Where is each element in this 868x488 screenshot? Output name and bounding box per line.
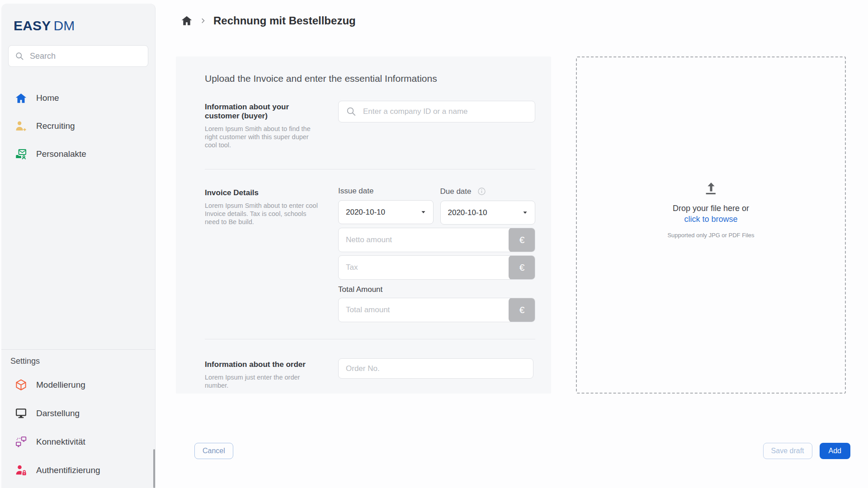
sidebar-search (8, 45, 148, 67)
dropzone-text: Drop your file here or (673, 204, 749, 213)
chevron-down-icon (522, 209, 528, 216)
invoice-section-label: Invoice Details (205, 187, 318, 197)
dropzone-hint: Supported only JPG or PDF Files (667, 232, 754, 239)
file-dropzone[interactable]: Drop your file here or click to browse S… (576, 56, 846, 394)
chevron-down-icon (420, 209, 427, 216)
sidebar-item-label: Darstellung (36, 408, 80, 418)
settings-section-header: Settings (1, 350, 155, 370)
customer-search-input[interactable] (363, 107, 528, 116)
form-divider (205, 339, 535, 339)
invoice-section-description: Lorem Ipsum Smith about to enter cool In… (205, 202, 318, 226)
tax-input[interactable] (339, 256, 509, 279)
sidebar-settings-nav: Modellierung Darstellung Konnekt (1, 371, 155, 484)
form-divider (205, 169, 535, 169)
home-icon (15, 92, 27, 104)
currency-suffix-euro: € (509, 255, 535, 280)
search-icon (15, 52, 24, 61)
cube-icon (15, 379, 27, 391)
customer-section-description: Lorem Ipsum Smith about to find the righ… (205, 125, 318, 149)
customer-section-text: Information about your customer (buyer) … (205, 101, 318, 149)
customer-search-field (338, 101, 535, 122)
cancel-button[interactable]: Cancel (194, 443, 233, 459)
due-date-group: Due date 2020-10-10 (440, 187, 536, 225)
sidebar-item-personalakte[interactable]: Personalakte (1, 140, 155, 168)
network-icon (15, 436, 27, 448)
person-add-icon (15, 120, 27, 132)
customer-section-label: Information about your customer (buyer) (205, 101, 318, 121)
netto-amount-input[interactable] (339, 228, 509, 252)
sidebar-item-label: Konnektivität (36, 437, 85, 447)
order-number-input[interactable] (346, 364, 526, 373)
invoice-details-section: Invoice Details Lorem Ipsum Smith about … (205, 187, 535, 322)
total-amount-field: € (338, 298, 535, 322)
invoice-section-text: Invoice Details Lorem Ipsum Smith about … (205, 187, 318, 322)
sidebar-item-darstellung[interactable]: Darstellung (1, 399, 155, 427)
app-logo: EASYDM (1, 4, 155, 33)
issue-date-group: Issue date 2020-10-10 (338, 187, 434, 225)
sidebar-scrollbar-thumb[interactable] (153, 449, 155, 488)
sidebar-search-input[interactable] (30, 52, 142, 61)
tax-field: € (338, 255, 535, 280)
customer-section: Information about your customer (buyer) … (205, 101, 535, 149)
breadcrumb: Rechnung mit Bestellbezug (181, 14, 356, 27)
form-heading: Upload the Invoice and enter the essenti… (205, 73, 535, 84)
monitor-icon (15, 407, 27, 419)
logo-text-bold: EASY (14, 18, 51, 33)
netto-amount-field: € (338, 228, 535, 252)
sidebar-item-label: Home (36, 93, 59, 103)
add-button[interactable]: Add (820, 443, 850, 459)
invoice-form-panel: Upload the Invoice and enter the essenti… (176, 56, 551, 394)
browse-link[interactable]: click to browse (684, 215, 737, 224)
order-section-label: Information about the order (205, 358, 318, 369)
info-icon[interactable] (477, 187, 486, 196)
sidebar: EASYDM Home (1, 4, 156, 488)
sidebar-item-modellierung[interactable]: Modellierung (1, 371, 155, 399)
due-date-label: Due date (440, 187, 536, 196)
search-icon (346, 106, 357, 117)
issue-date-label: Issue date (338, 187, 434, 196)
sidebar-item-label: Recruiting (36, 121, 75, 131)
total-amount-label: Total Amount (338, 285, 535, 294)
sidebar-nav: Home Recruiting Personalakte (1, 84, 155, 168)
chevron-right-icon (199, 17, 207, 25)
issue-date-value: 2020-10-10 (346, 208, 385, 217)
save-draft-button[interactable]: Save draft (763, 443, 812, 459)
logo-text-light: DM (54, 18, 75, 33)
upload-icon (703, 180, 720, 197)
due-date-select[interactable]: 2020-10-10 (440, 201, 536, 225)
breadcrumb-home-icon[interactable] (181, 15, 193, 27)
order-section-description: Lorem Ipsum just enter the order number. (205, 373, 318, 389)
issue-date-select[interactable]: 2020-10-10 (338, 200, 434, 224)
sidebar-item-recruiting[interactable]: Recruiting (1, 112, 155, 140)
app-window: EASYDM Home (0, 0, 868, 488)
order-section-text: Information about the order Lorem Ipsum … (205, 358, 318, 389)
sidebar-item-label: Authentifizierung (36, 465, 100, 475)
footer-actions: Save draft Add (763, 443, 850, 459)
order-section: Information about the order Lorem Ipsum … (205, 358, 535, 389)
due-date-value: 2020-10-10 (448, 208, 487, 217)
sidebar-item-label: Personalakte (36, 149, 86, 159)
currency-suffix-euro: € (509, 298, 535, 322)
sidebar-item-label: Modellierung (36, 380, 85, 390)
page-title: Rechnung mit Bestellbezug (213, 14, 356, 27)
sidebar-item-home[interactable]: Home (1, 84, 155, 112)
person-lock-icon (15, 464, 27, 476)
sidebar-item-konnektivitaet[interactable]: Konnektivität (1, 427, 155, 456)
sidebar-item-authentifizierung[interactable]: Authentifizierung (1, 456, 155, 484)
mail-person-icon (15, 148, 27, 160)
currency-suffix-euro: € (509, 228, 535, 252)
total-amount-input[interactable] (339, 298, 509, 322)
order-number-field (338, 358, 533, 379)
